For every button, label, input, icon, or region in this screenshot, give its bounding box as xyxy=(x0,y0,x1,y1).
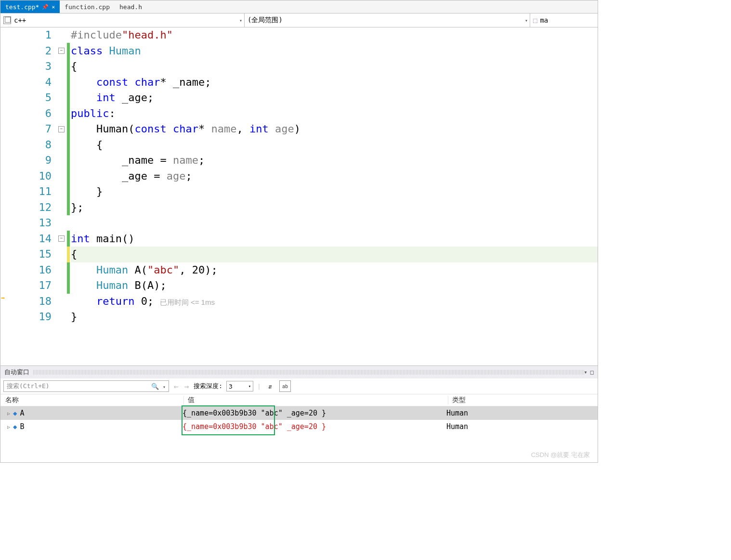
code-editor[interactable]: ➡ 1 2 3 4 5 6 7 8 9 10 11 12 13 14 15 16… xyxy=(0,27,598,365)
search-placeholder: 搜索(Ctrl+E) xyxy=(7,382,50,391)
chevron-down-icon[interactable]: ▾ xyxy=(163,384,166,390)
object-icon: ◆ xyxy=(13,423,17,430)
grip-icon xyxy=(33,370,584,375)
chevron-down-icon: ▾ xyxy=(525,18,528,23)
expand-icon[interactable]: ▷ xyxy=(7,424,10,430)
object-icon: ◆ xyxy=(13,409,17,417)
line-number: 6 xyxy=(7,106,52,122)
depth-label: 搜索深度: xyxy=(194,382,222,391)
search-input[interactable]: 搜索(Ctrl+E) 🔍 ▾ xyxy=(3,380,169,392)
tab-label: test.cpp* xyxy=(5,3,39,11)
maximize-icon[interactable]: □ xyxy=(590,369,594,376)
line-number: 18 xyxy=(7,294,52,310)
change-margin xyxy=(67,27,71,365)
panel-title-label: 自动窗口 xyxy=(4,368,29,377)
line-number: 11 xyxy=(7,184,52,200)
line-number: 14 xyxy=(7,231,52,247)
line-number: 9 xyxy=(7,153,52,169)
tab-head-h[interactable]: head.h xyxy=(115,0,147,13)
line-number: 1 xyxy=(7,27,52,43)
line-number: 8 xyxy=(7,137,52,153)
navigation-bar: c++ ▾ (全局范围) ▾ ⬚ ma xyxy=(0,13,598,27)
line-number: 10 xyxy=(7,169,52,184)
fold-toggle[interactable]: − xyxy=(58,48,65,54)
saved-change-indicator xyxy=(67,231,70,247)
line-number: 2 xyxy=(7,43,52,59)
var-value: {_name=0x003b9b30 "abc" _age=20 } xyxy=(179,409,443,417)
var-name: B xyxy=(20,422,24,431)
expand-icon[interactable]: ▷ xyxy=(7,411,10,416)
col-type-header[interactable]: 类型 xyxy=(448,396,598,404)
ide-window: test.cpp* 📌 ✕ function.cpp head.h c++ ▾ … xyxy=(0,0,598,463)
current-line-highlight xyxy=(71,247,598,262)
scope-label: (全局范围) xyxy=(248,16,283,25)
cube-icon: ⬚ xyxy=(533,16,537,24)
tool-button[interactable]: ab xyxy=(279,380,291,392)
current-line-arrow-icon: ➡ xyxy=(1,294,5,302)
variables-grid: 名称 值 类型 ▷ ◆ A {_name=0x003b9b30 "abc" _a… xyxy=(0,394,598,462)
var-value: {_name=0x003b9b30 "abc" _age=20 } xyxy=(179,422,443,431)
line-number: 13 xyxy=(7,215,52,231)
fold-margin: − − − xyxy=(56,27,67,365)
saved-change-indicator xyxy=(67,262,70,294)
variable-row[interactable]: ▷ ◆ B {_name=0x003b9b30 "abc" _age=20 } … xyxy=(0,420,598,433)
pin-icon[interactable]: 📌 xyxy=(42,4,49,10)
tab-label: head.h xyxy=(119,3,142,11)
chevron-down-icon: ▾ xyxy=(239,18,242,23)
scope-selector[interactable]: (全局范围) ▾ xyxy=(245,13,530,27)
code-area[interactable]: #include"head.h" class Human { const cha… xyxy=(71,27,598,365)
language-selector[interactable]: c++ ▾ xyxy=(0,13,245,27)
line-number: 16 xyxy=(7,262,52,278)
line-number: 3 xyxy=(7,59,52,75)
tab-label: function.cpp xyxy=(65,3,110,11)
line-number-gutter: 1 2 3 4 5 6 7 8 9 10 11 12 13 14 15 16 1… xyxy=(7,27,56,365)
document-tabs: test.cpp* 📌 ✕ function.cpp head.h xyxy=(0,0,598,13)
perf-hint: 已用时间 <= 1ms xyxy=(154,298,215,306)
fold-toggle[interactable]: − xyxy=(58,235,65,242)
saved-change-indicator xyxy=(67,43,70,215)
col-name-header[interactable]: 名称 xyxy=(0,396,184,404)
var-type: Human xyxy=(443,422,598,431)
var-name: A xyxy=(20,409,24,417)
line-number: 15 xyxy=(7,247,52,262)
tool-button[interactable]: ⇵ xyxy=(265,381,275,391)
member-label: ma xyxy=(540,16,548,24)
line-number: 7 xyxy=(7,121,52,137)
depth-selector[interactable]: 3 ▾ xyxy=(226,381,253,391)
grid-header: 名称 值 类型 xyxy=(0,394,598,406)
unsaved-change-indicator xyxy=(67,247,70,262)
nav-forward-icon[interactable]: → xyxy=(183,382,190,391)
var-type: Human xyxy=(443,409,598,417)
cpp-icon xyxy=(3,16,11,24)
panel-titlebar[interactable]: 自动窗口 ▾ □ xyxy=(0,366,598,378)
search-icon[interactable]: 🔍 xyxy=(151,383,159,390)
depth-value: 3 xyxy=(229,383,233,390)
member-selector[interactable]: ⬚ ma xyxy=(530,13,598,27)
watermark: CSDN @就要 宅在家 xyxy=(531,451,590,459)
variable-row[interactable]: ▷ ◆ A {_name=0x003b9b30 "abc" _age=20 } … xyxy=(0,406,598,420)
tab-function-cpp[interactable]: function.cpp xyxy=(60,0,115,13)
dropdown-icon[interactable]: ▾ xyxy=(584,369,587,376)
tab-test-cpp[interactable]: test.cpp* 📌 ✕ xyxy=(0,0,60,13)
autos-panel: 自动窗口 ▾ □ 搜索(Ctrl+E) 🔍 ▾ ← → 搜索深度: 3 ▾ | … xyxy=(0,365,598,462)
glyph-margin: ➡ xyxy=(0,27,7,365)
nav-back-icon[interactable]: ← xyxy=(173,382,180,391)
language-label: c++ xyxy=(14,16,26,24)
line-number: 5 xyxy=(7,90,52,106)
close-icon[interactable]: ✕ xyxy=(52,4,55,10)
line-number: 17 xyxy=(7,278,52,294)
panel-toolbar: 搜索(Ctrl+E) 🔍 ▾ ← → 搜索深度: 3 ▾ | ⇵ ab xyxy=(0,378,598,394)
col-value-header[interactable]: 值 xyxy=(184,396,448,404)
line-number: 4 xyxy=(7,75,52,91)
chevron-down-icon: ▾ xyxy=(248,384,251,389)
line-number: 12 xyxy=(7,200,52,216)
line-number: 19 xyxy=(7,309,52,325)
fold-toggle[interactable]: − xyxy=(58,126,65,132)
